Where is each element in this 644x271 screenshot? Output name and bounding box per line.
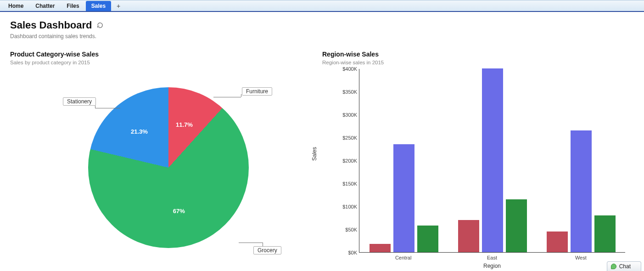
bar-chart-block: Region-wise Sales Region-wise sales in 2… [322, 51, 630, 271]
pie-callout-grocery: Grocery [253, 246, 281, 254]
top-nav: Home Chatter Files Sales + [0, 0, 644, 12]
bar-x-axis-label: Region [359, 263, 625, 269]
bar [594, 215, 616, 252]
bar-y-tick: $200K [330, 158, 357, 164]
bar-x-tick: West [562, 255, 599, 260]
bar-y-tick: $100K [330, 204, 357, 209]
page-subtitle: Dashboard containing sales trends. [10, 33, 634, 40]
bar-chart-title: Region-wise Sales [322, 51, 630, 58]
refresh-icon[interactable] [97, 22, 103, 28]
bar-y-axis-label: Sales [311, 147, 318, 161]
pie-chart-subtitle: Sales by product category in 2015 [10, 60, 304, 65]
bar-y-tick: $150K [330, 181, 357, 186]
pie-callout-furniture: Furniture [242, 87, 272, 96]
tab-sales[interactable]: Sales [86, 1, 111, 11]
pie-slice-label-furniture: 11.7% [176, 121, 193, 128]
pie-callout-stationery: Stationery [63, 97, 96, 106]
bar-x-tick: Central [385, 255, 422, 260]
pie-graphic [88, 87, 249, 248]
pie-leader-line [241, 94, 241, 97]
pie-slice-label-grocery: 67% [173, 208, 185, 215]
bar-chart-subtitle: Region-wise sales in 2015 [322, 60, 630, 65]
pie-leader-line [239, 243, 263, 243]
bar [506, 199, 527, 252]
tab-files[interactable]: Files [61, 1, 84, 11]
pie-chart-title: Product Category-wise Sales [10, 51, 304, 58]
tab-chatter[interactable]: Chatter [30, 1, 60, 11]
pie-leader-line [95, 108, 120, 108]
pie-leader-line [263, 243, 263, 246]
chat-label: Chat [619, 263, 631, 270]
pie-slice-label-stationery: 21.3% [131, 128, 148, 135]
bar-y-tick: $400K [330, 66, 357, 72]
pie-chart: 11.7% 21.3% 67% Furniture Stationery Gro… [10, 69, 304, 262]
bar-x-tick: East [474, 255, 510, 260]
bar-y-tick: $0K [330, 250, 357, 255]
bar-y-tick: $350K [330, 89, 357, 95]
bar-chart: Sales $0K$50K$100K$150K$200K$250K$300K$3… [322, 69, 630, 271]
chat-widget[interactable]: Chat [607, 261, 641, 271]
bar [571, 130, 592, 252]
bar [393, 144, 414, 252]
bar-y-tick: $50K [330, 227, 357, 232]
bar-y-tick: $300K [330, 112, 357, 118]
add-tab-button[interactable]: + [112, 1, 125, 11]
bar [417, 226, 438, 252]
page-title: Sales Dashboard [10, 19, 92, 31]
bar [370, 244, 391, 252]
pie-chart-block: Product Category-wise Sales Sales by pro… [10, 51, 304, 271]
bar [547, 231, 568, 252]
tab-home[interactable]: Home [3, 1, 29, 11]
pie-leader-line [213, 97, 241, 97]
bar-y-tick: $250K [330, 135, 357, 141]
chat-icon [611, 264, 616, 269]
bar [482, 68, 503, 252]
bar-plot-area [359, 69, 625, 253]
bar [458, 220, 479, 252]
